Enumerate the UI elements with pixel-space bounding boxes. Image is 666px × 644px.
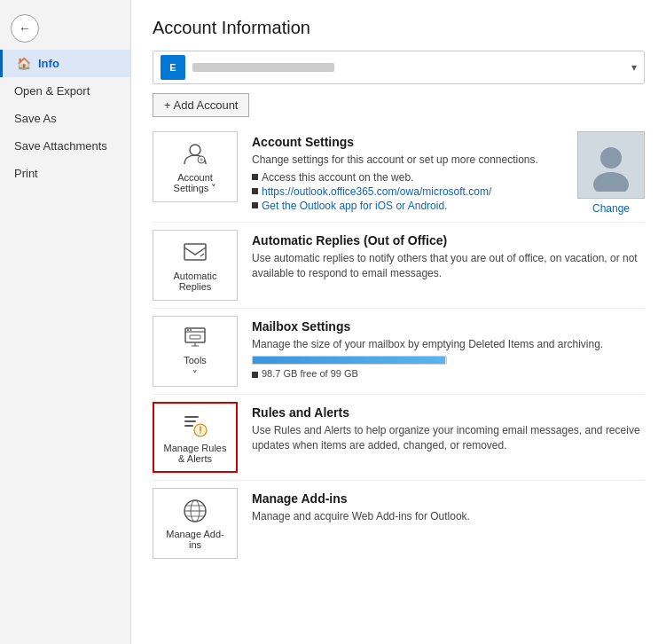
svg-point-7 — [190, 329, 192, 331]
manage-addins-btn-label: Manage Add-ins — [166, 529, 223, 550]
rules-alerts-title: Rules and Alerts — [252, 405, 645, 420]
sidebar-item-open-export[interactable]: Open & Export — [0, 77, 130, 105]
manage-addins-icon — [181, 497, 209, 525]
account-selector-left: E — [161, 55, 334, 80]
bullet-item-web: Access this account on the web. — [252, 171, 567, 184]
automatic-replies-icon — [181, 239, 209, 267]
add-account-button[interactable]: + Add Account — [153, 93, 249, 117]
mailbox-progress-fill — [253, 357, 445, 364]
mailbox-settings-button[interactable]: Tools ˅ — [153, 316, 238, 387]
manage-addins-button[interactable]: Manage Add-ins — [153, 488, 238, 559]
svg-rect-4 — [184, 244, 206, 260]
automatic-replies-btn-label: AutomaticReplies — [174, 271, 217, 292]
info-icon: 🏠 — [17, 57, 31, 70]
sidebar: ← 🏠 Info Open & Export Save As Save Atta… — [0, 0, 131, 644]
account-settings-content: Account Settings Change settings for thi… — [252, 131, 567, 214]
exchange-icon: E — [161, 55, 185, 80]
manage-addins-title: Manage Add-ins — [252, 491, 645, 506]
profile-area: Change — [577, 131, 645, 215]
bullet-icon — [252, 188, 258, 194]
bullet-item-app: Get the Outlook app for iOS or Android. — [252, 200, 567, 212]
svg-point-2 — [600, 147, 622, 169]
sidebar-item-print[interactable]: Print — [0, 160, 130, 187]
back-button[interactable]: ← — [11, 14, 39, 43]
outlook-web-link[interactable]: https://outlook.office365.com/owa/micros… — [262, 185, 491, 198]
svg-point-3 — [593, 172, 629, 192]
account-settings-title: Account Settings — [252, 135, 567, 149]
page-title: Account Information — [153, 18, 645, 38]
account-settings-desc: Change settings for this account or set … — [252, 153, 567, 168]
svg-rect-12 — [184, 420, 196, 422]
manage-addins-desc: Manage and acquire Web Add-ins for Outlo… — [252, 509, 645, 524]
account-selector[interactable]: E ▾ — [153, 51, 645, 84]
section-manage-addins: Manage Add-ins Manage Add-ins Manage and… — [153, 488, 645, 566]
bullet-icon — [252, 372, 258, 378]
section-account-settings: AccountSettings ˅ Account Settings Chang… — [153, 131, 645, 223]
bullet-icon — [252, 174, 258, 180]
sidebar-item-print-label: Print — [14, 167, 38, 180]
tools-icon — [181, 323, 209, 351]
mailbox-settings-desc: Manage the size of your mailbox by empty… — [252, 337, 645, 352]
account-settings-bullets: Access this account on the web. https://… — [252, 171, 567, 212]
automatic-replies-desc: Use automatic replies to notify others t… — [252, 251, 645, 281]
svg-rect-11 — [184, 416, 199, 418]
mailbox-storage-info: 98.7 GB free of 99 GB — [252, 368, 645, 379]
sidebar-item-info-label: Info — [38, 57, 59, 70]
sidebar-item-save-attachments-label: Save Attachments — [14, 139, 107, 153]
section-rules-alerts: Manage Rules& Alerts Rules and Alerts Us… — [153, 402, 645, 481]
mailbox-settings-title: Mailbox Settings — [252, 319, 645, 334]
rules-alerts-button[interactable]: Manage Rules& Alerts — [153, 402, 238, 473]
change-profile-link[interactable]: Change — [592, 202, 630, 215]
mailbox-settings-content: Mailbox Settings Manage the size of your… — [252, 316, 645, 379]
outlook-app-link[interactable]: Get the Outlook app for iOS or Android. — [262, 200, 447, 212]
svg-rect-13 — [184, 425, 193, 427]
profile-picture — [577, 131, 645, 199]
bullet-item-link: https://outlook.office365.com/owa/micros… — [252, 185, 567, 198]
automatic-replies-button[interactable]: AutomaticReplies — [153, 230, 238, 301]
svg-point-6 — [187, 329, 189, 331]
sidebar-item-save-attachments[interactable]: Save Attachments — [0, 132, 130, 160]
rules-alerts-icon — [181, 411, 209, 439]
account-name-blur — [192, 63, 334, 72]
account-settings-btn-label: AccountSettings ˅ — [174, 172, 217, 194]
svg-rect-8 — [190, 335, 200, 339]
main-content: Account Information E ▾ + Add Account Ac… — [131, 0, 666, 644]
sidebar-item-save-as-label: Save As — [14, 112, 57, 125]
rules-alerts-desc: Use Rules and Alerts to help organize yo… — [252, 423, 645, 453]
bullet-icon — [252, 202, 258, 208]
automatic-replies-title: Automatic Replies (Out of Office) — [252, 233, 645, 247]
account-settings-button[interactable]: AccountSettings ˅ — [153, 131, 238, 202]
rules-alerts-content: Rules and Alerts Use Rules and Alerts to… — [252, 402, 645, 457]
account-settings-icon — [181, 140, 209, 169]
automatic-replies-content: Automatic Replies (Out of Office) Use au… — [252, 230, 645, 285]
profile-silhouette-icon — [584, 138, 638, 192]
sidebar-item-info[interactable]: 🏠 Info — [0, 50, 130, 77]
manage-addins-content: Manage Add-ins Manage and acquire Web Ad… — [252, 488, 645, 528]
tools-btn-label: Tools — [184, 355, 207, 365]
svg-point-0 — [190, 145, 200, 155]
section-automatic-replies: AutomaticReplies Automatic Replies (Out … — [153, 230, 645, 309]
section-mailbox-settings: Tools ˅ Mailbox Settings Manage the size… — [153, 316, 645, 395]
sidebar-item-save-as[interactable]: Save As — [0, 105, 130, 132]
mailbox-progress-bar — [252, 356, 447, 365]
sidebar-item-open-export-label: Open & Export — [14, 84, 90, 98]
rules-alerts-btn-label: Manage Rules& Alerts — [164, 443, 227, 464]
svg-point-10 — [200, 432, 201, 434]
storage-text: 98.7 GB free of 99 GB — [262, 368, 358, 379]
dropdown-arrow-icon: ▾ — [631, 61, 637, 74]
